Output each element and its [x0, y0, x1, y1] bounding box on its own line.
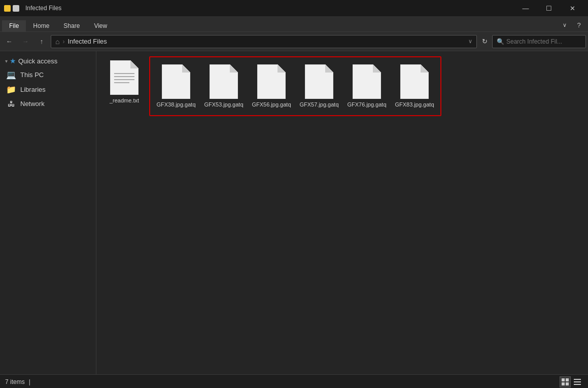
view-controls: [560, 376, 583, 387]
back-button[interactable]: ←: [2, 35, 16, 48]
ribbon: File Home Share View ∨ ?: [0, 16, 588, 32]
up-button[interactable]: ↑: [34, 35, 49, 48]
file-name-gfx83: GFX83.jpg.gatq: [395, 101, 434, 108]
file-icon-gfx38: [162, 64, 190, 99]
svg-rect-23: [574, 381, 581, 382]
ribbon-tabs: File Home Share View ∨ ?: [0, 16, 588, 31]
file-icon-gfx57: [305, 64, 333, 99]
sidebar-item-this-pc[interactable]: 💻 This PC: [0, 67, 96, 82]
icon-dot-yellow: [4, 5, 11, 12]
file-gfx53[interactable]: GFX53.jpg.gatq: [201, 60, 247, 111]
chevron-icon: ▾: [5, 58, 8, 64]
folder-icon: 📁: [6, 85, 16, 94]
sidebar-item-libraries[interactable]: 📁 Libraries: [0, 82, 96, 97]
breadcrumb-home-icon: ⌂: [55, 38, 59, 46]
tab-file[interactable]: File: [2, 20, 26, 31]
file-gfx57[interactable]: GFX57.jpg.gatq: [296, 60, 342, 111]
sidebar-label-network: Network: [20, 100, 45, 108]
file-icon-gfx53: [210, 64, 238, 99]
status-bar: 7 items |: [0, 374, 588, 388]
svg-marker-7: [182, 64, 190, 73]
file-icon-gfx83: [400, 64, 429, 99]
tab-home[interactable]: Home: [26, 20, 56, 31]
main-layout: ▾ ★ Quick access 💻 This PC 📁 Libraries 🖧…: [0, 51, 588, 374]
star-icon: ★: [10, 57, 16, 65]
tab-share[interactable]: Share: [56, 20, 87, 31]
file-name-gfx38: GFX38.jpg.gatq: [156, 101, 195, 108]
svg-rect-22: [574, 379, 581, 380]
sidebar: ▾ ★ Quick access 💻 This PC 📁 Libraries 🖧…: [0, 51, 96, 374]
maximize-button[interactable]: ☐: [537, 0, 561, 16]
list-view-button[interactable]: [572, 376, 583, 387]
computer-icon: 💻: [6, 70, 16, 80]
icon-dot-white: [13, 5, 19, 12]
svg-rect-24: [574, 384, 581, 385]
minimize-button[interactable]: —: [514, 0, 537, 16]
file-gfx83[interactable]: GFX83.jpg.gatq: [392, 60, 437, 111]
search-box[interactable]: 🔍: [492, 35, 586, 48]
file-readme[interactable]: _readme.txt: [101, 56, 147, 107]
file-gfx56[interactable]: GFX56.jpg.gatq: [249, 60, 294, 111]
address-bar: ← → ↑ ⌂ › Infected Files ∨ ↻ 🔍: [0, 32, 588, 51]
breadcrumb-separator: ›: [62, 38, 64, 45]
network-icon: 🖧: [6, 99, 16, 108]
svg-rect-19: [566, 378, 569, 381]
address-box[interactable]: ⌂ › Infected Files ∨: [51, 35, 477, 48]
grid-view-button[interactable]: [560, 376, 571, 387]
sidebar-item-quick-access[interactable]: ▾ ★ Quick access: [0, 54, 96, 67]
file-icon-gfx76: [353, 64, 381, 99]
file-name-gfx56: GFX56.jpg.gatq: [252, 101, 291, 108]
help-button[interactable]: ?: [572, 18, 586, 31]
svg-rect-21: [566, 382, 569, 385]
refresh-button[interactable]: ↻: [479, 36, 490, 47]
title-icons: [4, 5, 19, 12]
files-grid: _readme.txt GFX38.jpg.gatq: [101, 56, 583, 116]
title-bar: Infected Files — ☐ ✕: [0, 0, 588, 16]
svg-marker-1: [130, 60, 139, 68]
ribbon-expand-button[interactable]: ∨: [558, 18, 572, 31]
svg-rect-18: [562, 378, 565, 381]
forward-button[interactable]: →: [18, 35, 32, 48]
file-gfx76[interactable]: GFX76.jpg.gatq: [344, 60, 390, 111]
tab-view[interactable]: View: [87, 20, 114, 31]
infected-files-group: GFX38.jpg.gatq GFX53.jpg.gatq: [149, 56, 441, 116]
file-name-gfx76: GFX76.jpg.gatq: [347, 101, 386, 108]
item-count: 7 items: [5, 378, 25, 385]
sidebar-label-quick-access: Quick access: [18, 57, 57, 65]
window-controls: — ☐ ✕: [514, 0, 584, 16]
window-title: Infected Files: [25, 5, 61, 12]
content-area: _readme.txt GFX38.jpg.gatq: [96, 51, 588, 374]
search-icon: 🔍: [497, 38, 504, 45]
sidebar-item-network[interactable]: 🖧 Network: [0, 97, 96, 111]
address-chevron-icon[interactable]: ∨: [468, 38, 472, 45]
title-bar-left: Infected Files: [4, 5, 61, 12]
file-icon-readme: [110, 60, 139, 95]
file-gfx38[interactable]: GFX38.jpg.gatq: [153, 60, 199, 111]
address-path: Infected Files: [67, 38, 465, 45]
svg-rect-20: [562, 382, 565, 385]
file-name-gfx53: GFX53.jpg.gatq: [204, 101, 243, 108]
file-name-gfx57: GFX57.jpg.gatq: [299, 101, 338, 108]
sidebar-label-libraries: Libraries: [20, 86, 46, 93]
file-icon-gfx56: [257, 64, 286, 99]
close-button[interactable]: ✕: [561, 0, 584, 16]
status-separator: |: [29, 378, 30, 385]
search-input[interactable]: [506, 38, 581, 45]
sidebar-label-this-pc: This PC: [20, 71, 44, 79]
file-name-readme: _readme.txt: [110, 97, 139, 104]
svg-marker-9: [230, 64, 238, 73]
